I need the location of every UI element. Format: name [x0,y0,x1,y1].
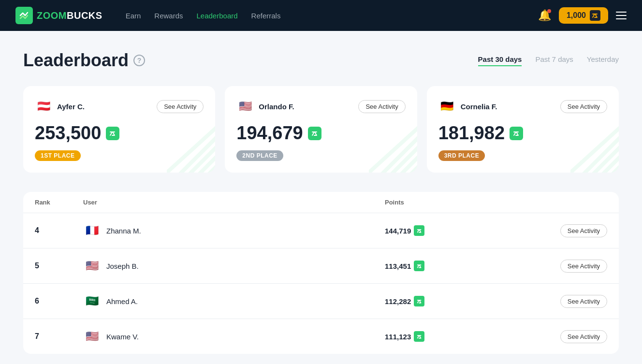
row-rank-7: 7 [35,332,83,341]
nav-links: Earn Rewards Leaderboard Referrals [126,12,523,20]
zb-icon-1 [106,127,119,140]
period-tabs: Past 30 days Past 7 days Yesterday [478,55,619,66]
card-watermark-3 [570,124,619,173]
row-user-7: 🇺🇸 Kwame V. [83,328,385,345]
header-rank: Rank [35,199,83,206]
user-info-1: 🇦🇹 Ayfer C. [35,98,85,115]
points-badge[interactable]: 1,000 [559,7,608,24]
zb-icon-3 [510,127,523,140]
nav-earn[interactable]: Earn [126,12,141,20]
row-username-4: Zhanna M. [106,227,141,235]
row-flag-6: 🇸🇦 [83,292,101,310]
navbar: ZOOMBUCKS Earn Rewards Leaderboard Refer… [0,0,642,31]
see-activity-1[interactable]: See Activity [157,100,204,113]
row-action-4: See Activity [530,224,607,237]
svg-line-7 [388,144,417,173]
page-title-text: Leaderboard [23,50,129,71]
see-activity-3[interactable]: See Activity [560,100,607,113]
place-badge-1: 1ST PLACE [35,150,81,161]
place-badge-3: 3RD PLACE [438,150,485,161]
row-user-4: 🇫🇷 Zhanna M. [83,222,385,239]
table-row: 5 🇺🇸 Joseph B. 113,451 See Activity [23,248,619,284]
row-user-6: 🇸🇦 Ahmed A. [83,292,385,310]
place-badge-2: 2ND PLACE [236,150,283,161]
row-points-6: 112,282 [385,296,530,306]
username-1: Ayfer C. [57,102,85,111]
rank-card-1: 🇦🇹 Ayfer C. See Activity 253,500 1ST PLA… [23,86,215,173]
row-action-5: See Activity [530,260,607,273]
page-title: Leaderboard ? [23,50,145,71]
row-username-6: Ahmed A. [106,297,138,306]
nav-rewards[interactable]: Rewards [154,12,183,20]
table-row: 6 🇸🇦 Ahmed A. 112,282 See Activity [23,284,619,319]
see-activity-row-6[interactable]: See Activity [560,295,607,308]
main-content: Leaderboard ? Past 30 days Past 7 days Y… [12,31,630,364]
table-header: Rank User Points [23,192,619,213]
logo[interactable]: ZOOMBUCKS [15,7,102,24]
nav-referrals[interactable]: Referrals [251,12,281,20]
tab-7-days[interactable]: Past 7 days [535,55,573,66]
header-action [530,199,607,206]
header-user: User [83,199,385,206]
flag-3: 🇩🇪 [438,98,456,115]
see-activity-row-4[interactable]: See Activity [560,224,607,237]
row-zb-5 [414,261,424,271]
rank-card-2: 🇺🇸 Orlando F. See Activity 194,679 2ND P… [225,86,417,173]
nav-leaderboard[interactable]: Leaderboard [197,12,238,20]
row-action-6: See Activity [530,295,607,308]
help-icon[interactable]: ? [133,55,145,66]
flag-1: 🇦🇹 [35,98,52,115]
notification-dot [547,9,551,13]
navbar-right: 🔔 1,000 [538,7,627,24]
user-info-3: 🇩🇪 Cornelia F. [438,98,497,115]
points-1: 253,500 [35,123,101,144]
zb-icon [590,10,600,21]
notifications-button[interactable]: 🔔 [538,9,551,22]
svg-line-12 [590,144,619,173]
row-user-5: 🇺🇸 Joseph B. [83,257,385,275]
row-rank-4: 4 [35,226,83,235]
table-row: 4 🇫🇷 Zhanna M. 144,719 See Activity [23,213,619,248]
row-zb-7 [414,331,424,342]
points-2: 194,679 [236,123,303,144]
rank-card-3: 🇩🇪 Cornelia F. See Activity 181,982 3RD … [427,86,619,173]
username-3: Cornelia F. [461,102,497,111]
see-activity-2[interactable]: See Activity [358,100,405,113]
row-rank-6: 6 [35,297,83,306]
hamburger-menu[interactable] [616,12,627,19]
leaderboard-table: Rank User Points 4 🇫🇷 Zhanna M. 144,719 [23,192,619,354]
points-value: 1,000 [567,11,586,20]
row-points-5: 113,451 [385,261,530,271]
row-flag-7: 🇺🇸 [83,328,101,345]
see-activity-row-5[interactable]: See Activity [560,260,607,273]
tab-yesterday[interactable]: Yesterday [587,55,619,66]
row-points-7: 111,123 [385,331,530,342]
row-flag-4: 🇫🇷 [83,222,101,239]
page-header: Leaderboard ? Past 30 days Past 7 days Y… [23,50,619,71]
see-activity-row-7[interactable]: See Activity [560,330,607,343]
row-points-4: 144,719 [385,225,530,236]
card-watermark-1 [167,124,215,173]
user-info-2: 🇺🇸 Orlando F. [236,98,294,115]
points-3: 181,982 [438,123,505,144]
row-username-7: Kwame V. [106,333,139,341]
row-zb-6 [414,296,424,306]
flag-2: 🇺🇸 [236,98,254,115]
row-flag-5: 🇺🇸 [83,257,101,275]
row-rank-5: 5 [35,262,83,270]
top3-grid: 🇦🇹 Ayfer C. See Activity 253,500 1ST PLA… [23,86,619,173]
header-points: Points [385,199,530,206]
row-zb-4 [414,225,424,236]
tab-30-days[interactable]: Past 30 days [478,55,522,66]
username-2: Orlando F. [259,102,294,111]
zb-icon-2 [308,127,321,140]
row-username-5: Joseph B. [106,262,139,270]
row-action-7: See Activity [530,330,607,343]
table-row: 7 🇺🇸 Kwame V. 111,123 See Activity [23,319,619,354]
card-watermark-2 [369,124,417,173]
logo-text: ZOOMBUCKS [37,10,102,21]
svg-line-2 [186,144,215,173]
logo-icon [15,7,33,24]
